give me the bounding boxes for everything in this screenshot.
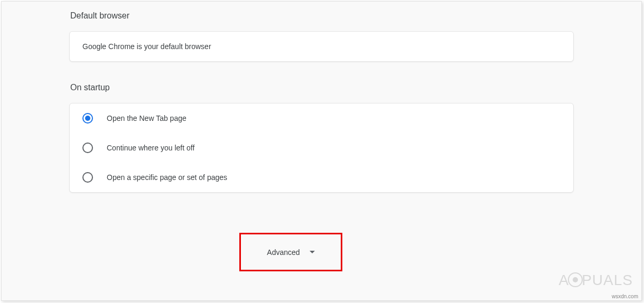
radio-selected-icon xyxy=(82,113,93,124)
startup-option-new-tab[interactable]: Open the New Tab page xyxy=(70,103,573,133)
settings-content: Default browser Google Chrome is your de… xyxy=(2,2,641,193)
default-browser-row: Google Chrome is your default browser xyxy=(70,32,573,61)
section-title-default-browser: Default browser xyxy=(69,11,574,21)
startup-option-label: Continue where you left off xyxy=(107,144,194,152)
on-startup-card: Open the New Tab page Continue where you… xyxy=(69,103,574,193)
default-browser-card: Google Chrome is your default browser xyxy=(69,31,574,62)
footer-url: wsxdn.com xyxy=(612,293,638,299)
advanced-label: Advanced xyxy=(267,248,300,257)
watermark-logo: APUALS xyxy=(558,272,633,289)
radio-unselected-icon xyxy=(82,143,93,153)
radio-unselected-icon xyxy=(82,172,93,183)
chevron-down-icon xyxy=(310,251,315,253)
section-title-on-startup: On startup xyxy=(69,83,574,92)
startup-option-specific-page[interactable]: Open a specific page or set of pages xyxy=(70,163,573,192)
advanced-button[interactable]: Advanced xyxy=(239,233,342,271)
startup-option-label: Open the New Tab page xyxy=(107,114,186,122)
startup-option-continue[interactable]: Continue where you left off xyxy=(70,133,573,163)
default-browser-status: Google Chrome is your default browser xyxy=(82,42,211,51)
startup-option-label: Open a specific page or set of pages xyxy=(107,173,227,182)
settings-page: Default browser Google Chrome is your de… xyxy=(1,1,642,301)
